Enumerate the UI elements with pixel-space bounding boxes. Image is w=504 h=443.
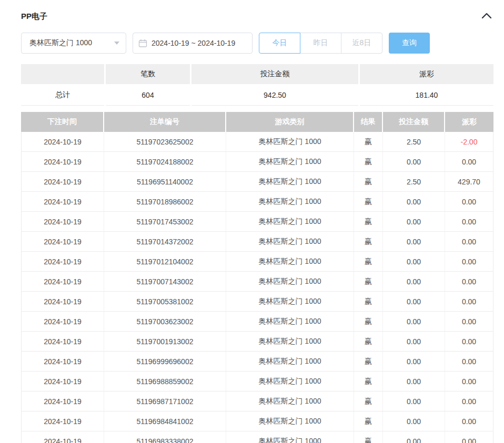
cell-result: 赢: [354, 372, 383, 392]
cell-bet-time: 2024-10-19: [21, 132, 104, 152]
cell-game-type: 奥林匹斯之门 1000: [226, 312, 354, 332]
date-range-value: 2024-10-19 ~ 2024-10-19: [152, 39, 235, 47]
table-row: 2024-10-19 51197017453002 奥林匹斯之门 1000 赢 …: [21, 212, 493, 232]
table-row: 2024-10-19 51197018986002 奥林匹斯之门 1000 赢 …: [21, 192, 493, 212]
table-row: 2024-10-19 51196999696002 奥林匹斯之门 1000 赢 …: [21, 352, 493, 372]
filter-bar: 奥林匹斯之门 1000 2024-10-19 ~ 2024-10-19 今日 昨…: [21, 33, 493, 54]
col-game-type: 游戏类别: [226, 112, 354, 132]
game-select[interactable]: 奥林匹斯之门 1000: [21, 33, 126, 54]
cell-payout: -2.00: [445, 132, 493, 152]
cell-result: 赢: [354, 312, 383, 332]
cell-result: 赢: [354, 132, 383, 152]
cell-result: 赢: [354, 332, 383, 352]
col-payout: 派彩: [445, 112, 493, 132]
cell-bet-time: 2024-10-19: [21, 152, 104, 172]
col-bet-amount: 投注金额: [383, 112, 445, 132]
cell-bet-id: 51197007143002: [104, 272, 226, 292]
today-button[interactable]: 今日: [259, 33, 300, 54]
cell-bet-time: 2024-10-19: [21, 332, 104, 352]
cell-payout: 0.00: [445, 352, 493, 372]
cell-bet-id: 51197017453002: [104, 212, 226, 232]
summary-header-payout: 派彩: [360, 64, 493, 84]
table-row: 2024-10-19 51197023625002 奥林匹斯之门 1000 赢 …: [21, 132, 493, 152]
cell-bet-time: 2024-10-19: [21, 431, 104, 443]
cell-game-type: 奥林匹斯之门 1000: [226, 272, 354, 292]
game-select-value: 奥林匹斯之门 1000: [29, 38, 114, 48]
cell-bet-time: 2024-10-19: [21, 292, 104, 312]
table-row: 2024-10-19 51197014372002 奥林匹斯之门 1000 赢 …: [21, 232, 493, 252]
cell-bet-time: 2024-10-19: [21, 272, 104, 292]
search-button[interactable]: 查询: [389, 33, 430, 54]
cell-bet-amount: 0.00: [383, 152, 445, 172]
cell-bet-time: 2024-10-19: [21, 212, 104, 232]
cell-payout: 429.70: [445, 172, 493, 192]
cell-bet-amount: 2.50: [383, 172, 445, 192]
cell-result: 赢: [354, 192, 383, 212]
cell-game-type: 奥林匹斯之门 1000: [226, 372, 354, 392]
cell-bet-id: 51196951140002: [104, 172, 226, 192]
table-row: 2024-10-19 51196988859002 奥林匹斯之门 1000 赢 …: [21, 372, 493, 392]
cell-bet-time: 2024-10-19: [21, 252, 104, 272]
calendar-icon: [138, 39, 147, 48]
cell-bet-time: 2024-10-19: [21, 172, 104, 192]
cell-payout: 0.00: [445, 332, 493, 352]
summary-header-empty: [21, 64, 104, 84]
quick-date-group: 今日 昨日 近8日: [259, 33, 382, 54]
cell-bet-time: 2024-10-19: [21, 192, 104, 212]
table-row: 2024-10-19 51197012104002 奥林匹斯之门 1000 赢 …: [21, 252, 493, 272]
cell-result: 赢: [354, 212, 383, 232]
summary-header-count: 笔数: [106, 64, 190, 84]
cell-result: 赢: [354, 431, 383, 443]
cell-bet-id: 51196983338002: [104, 431, 226, 443]
cell-bet-id: 51196984841002: [104, 411, 226, 431]
cell-payout: 0.00: [445, 192, 493, 212]
cell-bet-id: 51197012104002: [104, 252, 226, 272]
summary-total-bet-amount: 942.50: [191, 85, 358, 106]
cell-game-type: 奥林匹斯之门 1000: [226, 392, 354, 411]
collapse-button[interactable]: [480, 11, 493, 22]
table-row: 2024-10-19 51196987171002 奥林匹斯之门 1000 赢 …: [21, 392, 493, 411]
bet-table: 下注时间 注单编号 游戏类别 结果 投注金额 派彩 2024-10-19 511…: [21, 112, 493, 443]
cell-bet-id: 51196988859002: [104, 372, 226, 392]
cell-bet-amount: 0.00: [383, 292, 445, 312]
date-range-input[interactable]: 2024-10-19 ~ 2024-10-19: [133, 33, 253, 54]
cell-bet-amount: 0.00: [383, 392, 445, 411]
col-result: 结果: [354, 112, 383, 132]
cell-bet-amount: 0.00: [383, 272, 445, 292]
caret-down-icon: [114, 42, 119, 45]
cell-bet-amount: 0.00: [383, 352, 445, 372]
cell-result: 赢: [354, 411, 383, 431]
bet-table-header: 下注时间 注单编号 游戏类别 结果 投注金额 派彩: [21, 112, 493, 132]
cell-bet-amount: 0.00: [383, 332, 445, 352]
cell-bet-time: 2024-10-19: [21, 232, 104, 252]
cell-bet-id: 51197023625002: [104, 132, 226, 152]
summary-table: 笔数 投注金额 派彩 总计 604 942.50 181.40: [21, 64, 493, 106]
cell-result: 赢: [354, 232, 383, 252]
cell-bet-amount: 0.00: [383, 411, 445, 431]
cell-bet-id: 51197018986002: [104, 192, 226, 212]
cell-game-type: 奥林匹斯之门 1000: [226, 431, 354, 443]
col-bet-id: 注单编号: [104, 112, 226, 132]
cell-game-type: 奥林匹斯之门 1000: [226, 152, 354, 172]
cell-game-type: 奥林匹斯之门 1000: [226, 332, 354, 352]
cell-bet-amount: 0.00: [383, 372, 445, 392]
table-row: 2024-10-19 51197001913002 奥林匹斯之门 1000 赢 …: [21, 332, 493, 352]
cell-bet-time: 2024-10-19: [21, 411, 104, 431]
cell-bet-amount: 2.50: [383, 132, 445, 152]
cell-payout: 0.00: [445, 372, 493, 392]
cell-bet-id: 51197014372002: [104, 232, 226, 252]
yesterday-button[interactable]: 昨日: [300, 33, 341, 54]
cell-game-type: 奥林匹斯之门 1000: [226, 132, 354, 152]
summary-total-payout: 181.40: [360, 85, 493, 106]
cell-result: 赢: [354, 152, 383, 172]
last8days-button[interactable]: 近8日: [341, 33, 382, 54]
cell-result: 赢: [354, 352, 383, 372]
cell-bet-id: 51197024188002: [104, 152, 226, 172]
cell-game-type: 奥林匹斯之门 1000: [226, 252, 354, 272]
cell-game-type: 奥林匹斯之门 1000: [226, 212, 354, 232]
cell-bet-time: 2024-10-19: [21, 372, 104, 392]
cell-payout: 0.00: [445, 411, 493, 431]
table-row: 2024-10-19 51197003623002 奥林匹斯之门 1000 赢 …: [21, 312, 493, 332]
summary-total-count: 604: [106, 85, 190, 106]
cell-game-type: 奥林匹斯之门 1000: [226, 232, 354, 252]
